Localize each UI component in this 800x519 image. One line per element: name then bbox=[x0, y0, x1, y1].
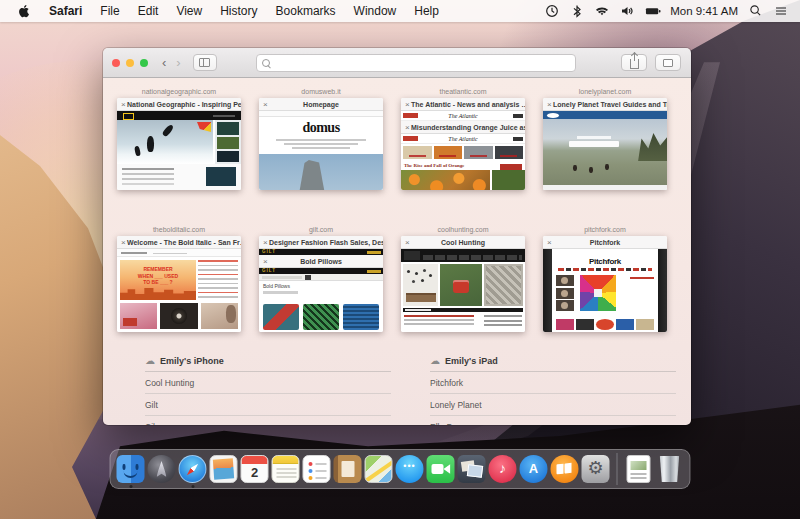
tab-title-bar[interactable]: × The Atlantic - News and analysis … bbox=[401, 98, 525, 111]
notes-icon bbox=[272, 455, 300, 483]
icloud-tab-link[interactable]: Pitchfork bbox=[430, 372, 676, 394]
tab-title-bar[interactable]: × National Geographic - Inspiring Peo… bbox=[117, 98, 241, 111]
bluetooth-icon[interactable] bbox=[570, 4, 584, 18]
close-tab-icon[interactable]: × bbox=[263, 255, 268, 268]
dock-calendar[interactable]: 2 bbox=[241, 455, 269, 483]
safari-window: ‹ › nationalgeographic.c bbox=[103, 48, 691, 425]
photo-booth-icon bbox=[458, 455, 486, 483]
close-tab-icon[interactable]: × bbox=[121, 236, 126, 249]
dock-app-store[interactable] bbox=[520, 455, 548, 483]
atlantic-badge bbox=[403, 136, 418, 141]
maps-icon bbox=[365, 455, 393, 483]
close-tab-icon[interactable]: × bbox=[547, 236, 552, 249]
tab-title-bar[interactable]: × Pitchfork bbox=[543, 236, 667, 249]
dock-downloads-document[interactable] bbox=[625, 455, 653, 483]
dock-maps[interactable] bbox=[365, 455, 393, 483]
tab-thumbnail-domus[interactable]: × Homepage domus bbox=[259, 98, 383, 190]
pillow-teal-red bbox=[263, 304, 299, 330]
bolditalic-preview: REMEMBER WHEN ___ USED TO BE ___ ? bbox=[117, 249, 241, 332]
tab-thumbnail-bolditalic[interactable]: × Welcome - The Bold Italic - San Fr… RE… bbox=[117, 236, 241, 332]
share-button[interactable] bbox=[621, 54, 647, 71]
thumb-portrait bbox=[201, 303, 238, 329]
icloud-tab-link[interactable]: Gilt bbox=[145, 394, 391, 416]
dock-safari[interactable] bbox=[179, 455, 207, 483]
show-all-tabs-button[interactable] bbox=[655, 54, 681, 71]
photo-gallery-room bbox=[403, 264, 438, 306]
tab-thumbnail-natgeo[interactable]: × National Geographic - Inspiring Peo… bbox=[117, 98, 241, 190]
clock-icon[interactable] bbox=[545, 4, 559, 18]
menu-view[interactable]: View bbox=[176, 4, 202, 18]
menu-bookmarks[interactable]: Bookmarks bbox=[276, 4, 336, 18]
dock-divider bbox=[617, 453, 618, 485]
close-window-button[interactable] bbox=[112, 59, 120, 67]
dock-ibooks[interactable] bbox=[551, 455, 579, 483]
icloud-tab-link[interactable]: Ciba bbox=[145, 416, 391, 425]
dock-finder[interactable] bbox=[117, 455, 145, 483]
dock-system-preferences[interactable] bbox=[582, 455, 610, 483]
dock-photo-booth[interactable] bbox=[458, 455, 486, 483]
forward-button[interactable]: › bbox=[176, 55, 180, 70]
domus-preview: domus bbox=[259, 111, 383, 190]
trees bbox=[633, 133, 667, 161]
tab-title-bar[interactable]: × Lonely Planet Travel Guides and Tra… bbox=[543, 98, 667, 111]
zoom-window-button[interactable] bbox=[140, 59, 148, 67]
apple-menu-icon[interactable] bbox=[18, 4, 31, 18]
close-tab-icon[interactable]: × bbox=[405, 236, 410, 249]
close-tab-icon[interactable]: × bbox=[405, 98, 410, 111]
close-tab-icon[interactable]: × bbox=[263, 98, 268, 111]
dock-trash[interactable] bbox=[656, 455, 684, 483]
tab-title-bar[interactable]: × Cool Hunting bbox=[401, 236, 525, 249]
dock-contacts[interactable] bbox=[334, 455, 362, 483]
dock-messages[interactable] bbox=[396, 455, 424, 483]
menu-file[interactable]: File bbox=[100, 4, 119, 18]
icloud-tab-link[interactable]: Lonely Planet bbox=[430, 394, 676, 416]
volume-icon[interactable] bbox=[620, 4, 634, 18]
back-button[interactable]: ‹ bbox=[162, 55, 166, 70]
icloud-tab-link[interactable]: Cool Hunting bbox=[145, 372, 391, 394]
menu-help[interactable]: Help bbox=[414, 4, 439, 18]
device-name: Emily's iPad bbox=[445, 356, 498, 366]
dock-itunes[interactable] bbox=[489, 455, 517, 483]
wifi-icon[interactable] bbox=[595, 4, 609, 18]
smart-search-field[interactable] bbox=[256, 54, 576, 72]
tab-group-thebolditalic: thebolditalic.com × Welcome - The Bold I… bbox=[117, 224, 241, 332]
tab-thumbnail-pitchfork[interactable]: × Pitchfork Pitchfork bbox=[543, 236, 667, 332]
dock-notes[interactable] bbox=[272, 455, 300, 483]
minimize-window-button[interactable] bbox=[126, 59, 134, 67]
tab-thumbnail-atlantic-stack[interactable]: × The Atlantic - News and analysis … The… bbox=[401, 98, 525, 190]
close-tab-icon[interactable]: × bbox=[263, 236, 268, 249]
tab-title-bar[interactable]: × Misunderstanding Orange Juice as… bbox=[401, 121, 525, 134]
dock-reminders[interactable] bbox=[303, 455, 331, 483]
close-tab-icon[interactable]: × bbox=[121, 98, 126, 111]
natgeo-preview bbox=[117, 111, 241, 190]
domus-building bbox=[297, 160, 331, 190]
menu-edit[interactable]: Edit bbox=[138, 4, 159, 18]
running-indicator bbox=[129, 485, 132, 488]
close-tab-icon[interactable]: × bbox=[547, 98, 552, 111]
tab-title-bar[interactable]: × Homepage bbox=[259, 98, 383, 111]
dock-facetime[interactable] bbox=[427, 455, 455, 483]
pillow-blue-stripe bbox=[343, 304, 379, 330]
tab-title-bar[interactable]: × Bold Pillows bbox=[259, 255, 383, 268]
close-tab-icon[interactable]: × bbox=[405, 121, 410, 134]
tabs-overview-icon bbox=[663, 59, 673, 67]
spotlight-search-icon[interactable] bbox=[749, 4, 763, 18]
icloud-tab-link[interactable]: Elle Decor bbox=[430, 416, 676, 425]
tab-title-bar[interactable]: × Designer Fashion Flash Sales, Des… bbox=[259, 236, 383, 249]
pitchfork-bottom-thumbs bbox=[556, 319, 654, 330]
notification-center-icon[interactable] bbox=[774, 4, 788, 18]
tab-title-bar[interactable]: × Welcome - The Bold Italic - San Fr… bbox=[117, 236, 241, 249]
battery-icon[interactable] bbox=[645, 4, 659, 18]
menu-window[interactable]: Window bbox=[354, 4, 397, 18]
atlantic-logo: The Atlantic bbox=[401, 111, 525, 121]
menu-history[interactable]: History bbox=[220, 4, 257, 18]
menu-app-safari[interactable]: Safari bbox=[49, 4, 82, 18]
tab-thumbnail-gilt-stack[interactable]: × Designer Fashion Flash Sales, Des… GIL… bbox=[259, 236, 383, 332]
menu-clock-text[interactable]: Mon 9:41 AM bbox=[670, 5, 738, 17]
tab-thumbnail-coolhunting[interactable]: × Cool Hunting bbox=[401, 236, 525, 332]
dock-photos[interactable] bbox=[210, 455, 238, 483]
tab-thumbnail-lonelyplanet[interactable]: × Lonely Planet Travel Guides and Tra… bbox=[543, 98, 667, 190]
sidebar-button[interactable] bbox=[193, 54, 217, 71]
lonelyplanet-footer bbox=[543, 185, 667, 190]
dock-launchpad[interactable] bbox=[148, 455, 176, 483]
